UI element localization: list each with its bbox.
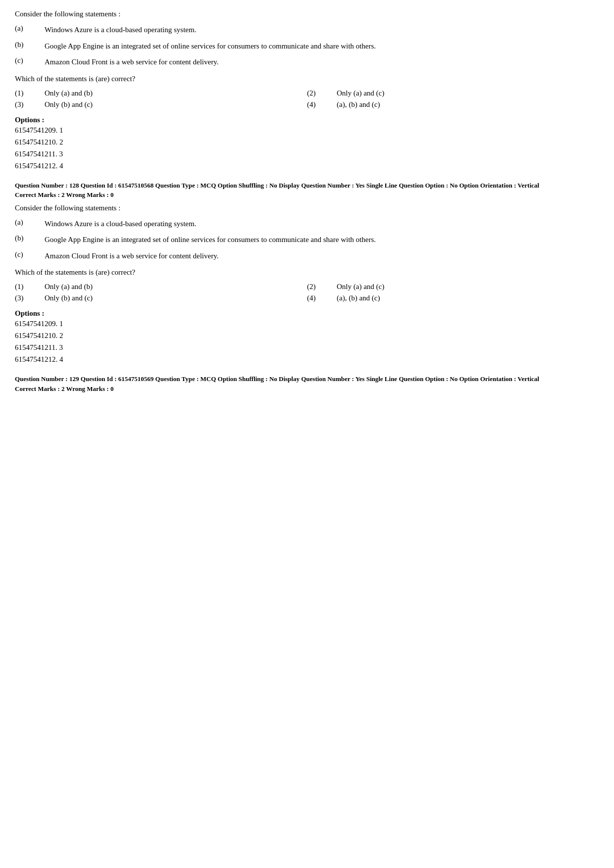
answer-option-1-127: (1) Only (a) and (b) — [15, 89, 307, 97]
answer-options-grid-127: (1) Only (a) and (b) (2) Only (a) and (c… — [15, 89, 599, 109]
answer-option-1-128: (1) Only (a) and (b) — [15, 283, 307, 291]
opt-text-1-127: Only (a) and (b) — [45, 89, 93, 97]
opt-num-1-128: (1) — [15, 283, 45, 291]
meta-text-128: Question Number : 128 Question Id : 6154… — [15, 181, 599, 191]
option-id-2-127: 61547541210. 2 — [15, 136, 599, 148]
stmt-label-b-128: (b) — [15, 234, 45, 242]
answer-option-3-127: (3) Only (b) and (c) — [15, 100, 307, 109]
answer-option-4-127: (4) (a), (b) and (c) — [307, 100, 599, 109]
stmt-text-c-127: Amazon Cloud Front is a web service for … — [45, 56, 599, 68]
option-id-4-128: 61547541212. 4 — [15, 353, 599, 365]
opt-text-2-127: Only (a) and (c) — [337, 89, 384, 97]
option-id-3-127: 61547541211. 3 — [15, 148, 599, 160]
stmt-text-c-128: Amazon Cloud Front is a web service for … — [45, 250, 599, 262]
options-section-127: Options : 61547541209. 1 61547541210. 2 … — [15, 116, 599, 172]
answer-options-grid-128: (1) Only (a) and (b) (2) Only (a) and (c… — [15, 283, 599, 302]
option-id-4-127: 61547541212. 4 — [15, 160, 599, 172]
marks-129: Correct Marks : 2 Wrong Marks : 0 — [15, 384, 599, 394]
stmt-text-a-127: Windows Azure is a cloud-based operating… — [45, 24, 599, 36]
opt-num-1-127: (1) — [15, 89, 45, 97]
opt-num-3-127: (3) — [15, 100, 45, 109]
opt-text-4-128: (a), (b) and (c) — [337, 294, 380, 302]
meta-block-128: Question Number : 128 Question Id : 6154… — [15, 181, 599, 200]
stmt-label-c-128: (c) — [15, 250, 45, 259]
stmt-label-c-127: (c) — [15, 56, 45, 65]
statement-b-127: (b) Google App Engine is an integrated s… — [15, 41, 599, 52]
opt-text-4-127: (a), (b) and (c) — [337, 100, 380, 109]
stmt-label-b-127: (b) — [15, 41, 45, 49]
which-text-128: Which of the statements is (are) correct… — [15, 268, 599, 277]
answer-option-2-127: (2) Only (a) and (c) — [307, 89, 599, 97]
consider-text-127: Consider the following statements : — [15, 10, 599, 18]
options-label-128: Options : — [15, 309, 45, 317]
consider-text-128: Consider the following statements : — [15, 204, 599, 212]
statement-a-127: (a) Windows Azure is a cloud-based opera… — [15, 24, 599, 36]
answer-option-3-128: (3) Only (b) and (c) — [15, 294, 307, 302]
statement-a-128: (a) Windows Azure is a cloud-based opera… — [15, 218, 599, 230]
meta-block-129: Question Number : 129 Question Id : 6154… — [15, 374, 599, 393]
opt-text-2-128: Only (a) and (c) — [337, 283, 384, 291]
opt-text-1-128: Only (a) and (b) — [45, 283, 93, 291]
question-block-127: Consider the following statements : (a) … — [15, 10, 599, 172]
statement-b-128: (b) Google App Engine is an integrated s… — [15, 234, 599, 245]
stmt-label-a-127: (a) — [15, 24, 45, 33]
statement-c-127: (c) Amazon Cloud Front is a web service … — [15, 56, 599, 68]
opt-text-3-127: Only (b) and (c) — [45, 100, 93, 109]
stmt-text-b-127: Google App Engine is an integrated set o… — [45, 41, 599, 52]
options-section-128: Options : 61547541209. 1 61547541210. 2 … — [15, 309, 599, 365]
option-id-3-128: 61547541211. 3 — [15, 341, 599, 353]
option-id-1-128: 61547541209. 1 — [15, 318, 599, 330]
question-block-128: Consider the following statements : (a) … — [15, 204, 599, 366]
option-id-1-127: 61547541209. 1 — [15, 124, 599, 136]
marks-128: Correct Marks : 2 Wrong Marks : 0 — [15, 190, 599, 200]
opt-num-2-127: (2) — [307, 89, 337, 97]
opt-num-2-128: (2) — [307, 283, 337, 291]
stmt-text-b-128: Google App Engine is an integrated set o… — [45, 234, 599, 245]
option-id-2-128: 61547541210. 2 — [15, 330, 599, 341]
meta-text-129: Question Number : 129 Question Id : 6154… — [15, 374, 599, 384]
answer-option-2-128: (2) Only (a) and (c) — [307, 283, 599, 291]
which-text-127: Which of the statements is (are) correct… — [15, 75, 599, 83]
stmt-label-a-128: (a) — [15, 218, 45, 227]
opt-text-3-128: Only (b) and (c) — [45, 294, 93, 302]
options-label-127: Options : — [15, 116, 45, 124]
opt-num-4-127: (4) — [307, 100, 337, 109]
answer-option-4-128: (4) (a), (b) and (c) — [307, 294, 599, 302]
stmt-text-a-128: Windows Azure is a cloud-based operating… — [45, 218, 599, 230]
opt-num-4-128: (4) — [307, 294, 337, 302]
statement-c-128: (c) Amazon Cloud Front is a web service … — [15, 250, 599, 262]
opt-num-3-128: (3) — [15, 294, 45, 302]
